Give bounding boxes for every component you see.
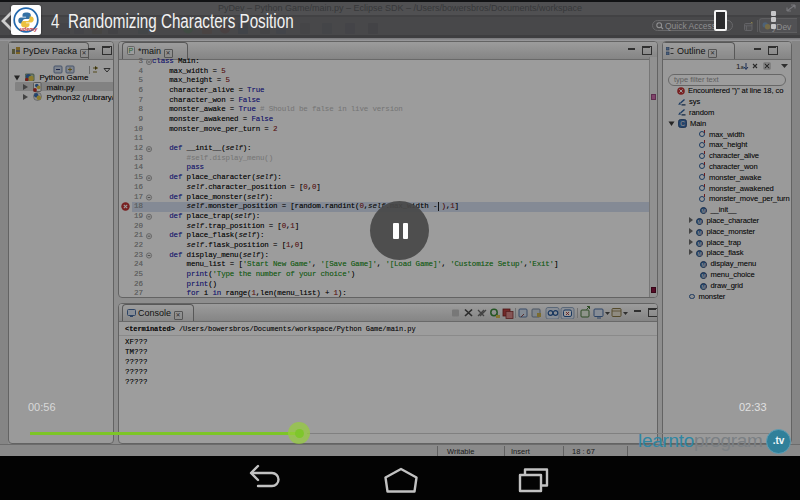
svg-text:udemy: udemy [20,26,39,32]
